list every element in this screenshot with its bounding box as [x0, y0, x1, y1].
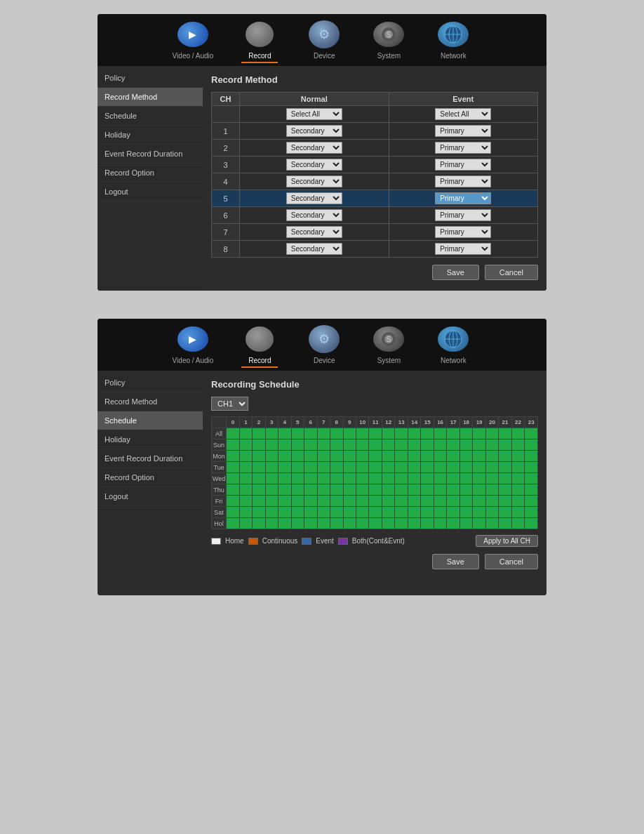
cell-Sat-18[interactable] [459, 507, 472, 518]
save-button-2[interactable]: Save [432, 554, 479, 569]
cell-Thu-14[interactable] [408, 484, 420, 496]
cell-Tue-0[interactable] [227, 462, 239, 473]
channel-select[interactable]: CH1 CH2 CH3 CH4 [211, 397, 248, 411]
cell-Sat-16[interactable] [434, 507, 446, 518]
cell-Fri-0[interactable] [227, 496, 239, 507]
cell-Hol-6[interactable] [304, 518, 317, 529]
cell-Wed-16[interactable] [434, 473, 446, 484]
save-button-1[interactable]: Save [432, 265, 479, 280]
cell-Tue-9[interactable] [343, 462, 356, 473]
cell-Mon-5[interactable] [291, 451, 304, 462]
cell-Thu-23[interactable] [525, 484, 538, 496]
normal-cell-3[interactable]: Secondary Primary [240, 157, 389, 173]
cell-Hol-2[interactable] [253, 518, 265, 529]
sidebar-item-record-method-1[interactable]: Record Method [98, 88, 203, 107]
cell-Sun-19[interactable] [473, 439, 485, 451]
sidebar-item-policy-1[interactable]: Policy [98, 69, 203, 88]
sidebar-item-schedule-2[interactable]: Schedule [98, 411, 203, 430]
event-select-2[interactable]: Primary Secondary [435, 142, 491, 154]
cell-All-14[interactable] [408, 428, 420, 439]
cell-Sat-4[interactable] [279, 507, 291, 518]
cell-Hol-13[interactable] [395, 518, 408, 529]
cell-Sun-12[interactable] [382, 439, 394, 451]
cell-All-6[interactable] [304, 428, 317, 439]
nav-video-audio-1[interactable]: Video / Audio [173, 20, 214, 63]
cell-Fri-6[interactable] [304, 496, 317, 507]
nav-network-2[interactable]: Network [435, 324, 471, 368]
cell-Thu-4[interactable] [279, 484, 291, 496]
cell-All-3[interactable] [265, 428, 278, 439]
cell-Thu-10[interactable] [356, 484, 368, 496]
nav-device-1[interactable]: ⚙ Device [306, 20, 342, 63]
cell-Sat-15[interactable] [421, 507, 434, 518]
cell-Wed-0[interactable] [227, 473, 239, 484]
cell-Thu-3[interactable] [265, 484, 278, 496]
cell-Mon-14[interactable] [408, 451, 420, 462]
nav-record-2[interactable]: Record [241, 324, 278, 368]
cell-Fri-5[interactable] [291, 496, 304, 507]
cell-Sun-7[interactable] [317, 439, 330, 451]
cell-Thu-20[interactable] [485, 484, 498, 496]
cell-All-13[interactable] [395, 428, 408, 439]
cell-Thu-16[interactable] [434, 484, 446, 496]
nav-record-1[interactable]: Record [241, 20, 278, 63]
cell-Tue-21[interactable] [499, 462, 511, 473]
cell-Mon-22[interactable] [511, 451, 524, 462]
cell-Fri-13[interactable] [395, 496, 408, 507]
cell-Hol-9[interactable] [343, 518, 356, 529]
cell-Hol-0[interactable] [227, 518, 239, 529]
cell-Hol-4[interactable] [279, 518, 291, 529]
cell-Wed-9[interactable] [343, 473, 356, 484]
cell-Thu-7[interactable] [317, 484, 330, 496]
cell-Fri-8[interactable] [330, 496, 343, 507]
cell-Fri-22[interactable] [511, 496, 524, 507]
cell-Wed-4[interactable] [279, 473, 291, 484]
cell-Sun-11[interactable] [369, 439, 382, 451]
cell-Tue-6[interactable] [304, 462, 317, 473]
normal-cell-5[interactable]: Secondary Primary [240, 190, 389, 207]
cell-Hol-15[interactable] [421, 518, 434, 529]
sidebar-item-event-record-1[interactable]: Event Record Duration [98, 145, 203, 164]
cell-Mon-7[interactable] [317, 451, 330, 462]
cell-Sat-0[interactable] [227, 507, 239, 518]
cell-Mon-15[interactable] [421, 451, 434, 462]
cell-Mon-20[interactable] [485, 451, 498, 462]
cell-Sun-3[interactable] [265, 439, 278, 451]
cell-All-1[interactable] [239, 428, 252, 439]
cell-Sun-18[interactable] [459, 439, 472, 451]
cell-Mon-13[interactable] [395, 451, 408, 462]
cell-Hol-21[interactable] [499, 518, 511, 529]
event-select-1[interactable]: Primary Secondary [435, 125, 491, 137]
cell-Thu-17[interactable] [447, 484, 459, 496]
nav-network-1[interactable]: Network [435, 20, 471, 63]
cell-Sun-10[interactable] [356, 439, 368, 451]
cell-Sat-13[interactable] [395, 507, 408, 518]
cell-Fri-4[interactable] [279, 496, 291, 507]
cell-Sat-10[interactable] [356, 507, 368, 518]
cell-Tue-4[interactable] [279, 462, 291, 473]
cell-Sat-20[interactable] [485, 507, 498, 518]
cell-Wed-10[interactable] [356, 473, 368, 484]
cell-Mon-18[interactable] [459, 451, 472, 462]
sidebar-item-logout-2[interactable]: Logout [98, 487, 203, 506]
cell-Fri-15[interactable] [421, 496, 434, 507]
cell-Tue-1[interactable] [239, 462, 252, 473]
cell-Wed-8[interactable] [330, 473, 343, 484]
sidebar-item-record-option-2[interactable]: Record Option [98, 468, 203, 487]
normal-selectall-dropdown[interactable]: Select All Primary Secondary [286, 108, 342, 120]
cell-Wed-2[interactable] [253, 473, 265, 484]
cell-Wed-1[interactable] [239, 473, 252, 484]
cell-All-9[interactable] [343, 428, 356, 439]
normal-select-1[interactable]: Secondary Primary [286, 125, 342, 137]
cell-Thu-1[interactable] [239, 484, 252, 496]
cell-Thu-13[interactable] [395, 484, 408, 496]
event-select-7[interactable]: Primary Secondary [435, 226, 491, 238]
cell-Hol-23[interactable] [525, 518, 538, 529]
cell-Sun-2[interactable] [253, 439, 265, 451]
cell-Wed-23[interactable] [525, 473, 538, 484]
cell-Hol-16[interactable] [434, 518, 446, 529]
cell-Thu-11[interactable] [369, 484, 382, 496]
cell-Sun-14[interactable] [408, 439, 420, 451]
sidebar-item-schedule-1[interactable]: Schedule [98, 107, 203, 126]
cell-Mon-12[interactable] [382, 451, 394, 462]
